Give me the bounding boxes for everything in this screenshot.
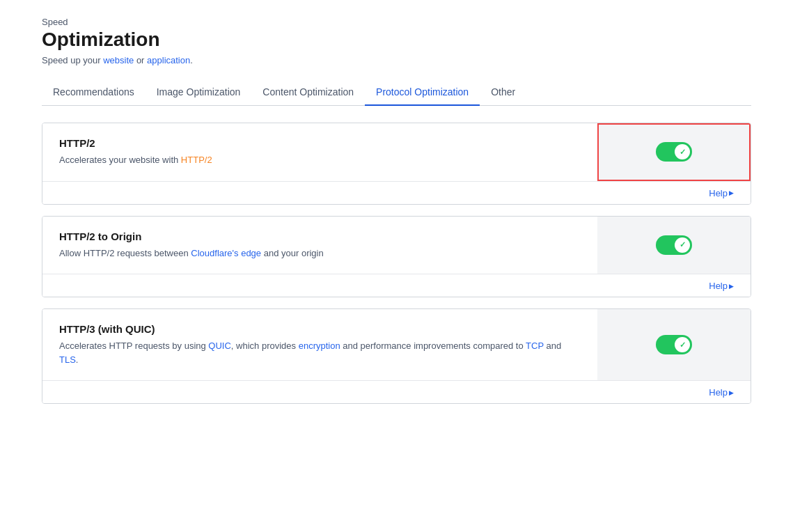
http2-link[interactable]: HTTP/2 [181, 155, 212, 165]
tab-image-optimization[interactable]: Image Optimization [146, 79, 252, 106]
cloudflare-edge-link[interactable]: Cloudflare's edge [191, 248, 261, 258]
tab-other[interactable]: Other [480, 79, 526, 106]
tls-link[interactable]: TLS [59, 354, 76, 365]
http2-toggle[interactable]: ✓ [656, 142, 692, 162]
http2-description: Accelerates your website with HTTP/2 [59, 153, 581, 167]
tabs-nav: Recommendations Image Optimization Conte… [42, 79, 751, 106]
tab-content-optimization[interactable]: Content Optimization [251, 79, 365, 106]
http2-origin-toggle-area: ✓ [597, 217, 751, 274]
http2-origin-help-link[interactable]: Help [709, 281, 734, 291]
http3-card: HTTP/3 (with QUIC) Accelerates HTTP requ… [42, 308, 751, 404]
http3-title: HTTP/3 (with QUIC) [59, 323, 581, 335]
http3-toggle[interactable]: ✓ [656, 335, 692, 354]
toggle-check-icon: ✓ [680, 240, 686, 249]
toggle-check-icon: ✓ [680, 148, 686, 157]
quic-link[interactable]: QUIC [208, 341, 231, 351]
page-subtitle: Speed up your website or application. [42, 55, 751, 65]
page-title: Optimization [42, 29, 751, 51]
application-link[interactable]: application [147, 55, 190, 65]
http3-footer: Help [42, 380, 751, 403]
toggle-check-icon: ✓ [680, 341, 686, 350]
http2-title: HTTP/2 [59, 137, 581, 149]
http3-toggle-area: ✓ [597, 309, 751, 380]
encryption-link[interactable]: encryption [299, 341, 340, 351]
http3-description: Accelerates HTTP requests by using QUIC,… [59, 339, 581, 366]
http2-origin-footer: Help [42, 274, 751, 297]
http2-toggle-area: ✓ [597, 123, 751, 181]
http2-help-link[interactable]: Help [709, 188, 734, 198]
http2-origin-info: HTTP/2 to Origin Allow HTTP/2 requests b… [42, 217, 597, 274]
page-section-label: Speed [42, 17, 751, 27]
tab-protocol-optimization[interactable]: Protocol Optimization [365, 79, 480, 106]
http2-info: HTTP/2 Accelerates your website with HTT… [42, 123, 597, 181]
http2-origin-description: Allow HTTP/2 requests between Cloudflare… [59, 247, 581, 260]
http3-help-link[interactable]: Help [709, 387, 734, 398]
http2-origin-card: HTTP/2 to Origin Allow HTTP/2 requests b… [42, 216, 751, 298]
http2-card: HTTP/2 Accelerates your website with HTT… [42, 123, 751, 205]
http2-footer: Help [42, 181, 751, 204]
tab-recommendations[interactable]: Recommendations [42, 79, 146, 106]
http3-info: HTTP/3 (with QUIC) Accelerates HTTP requ… [42, 309, 597, 380]
website-link[interactable]: website [103, 55, 134, 65]
tcp-link[interactable]: TCP [526, 341, 544, 351]
http2-origin-title: HTTP/2 to Origin [59, 230, 581, 242]
http2-origin-toggle[interactable]: ✓ [656, 235, 692, 255]
